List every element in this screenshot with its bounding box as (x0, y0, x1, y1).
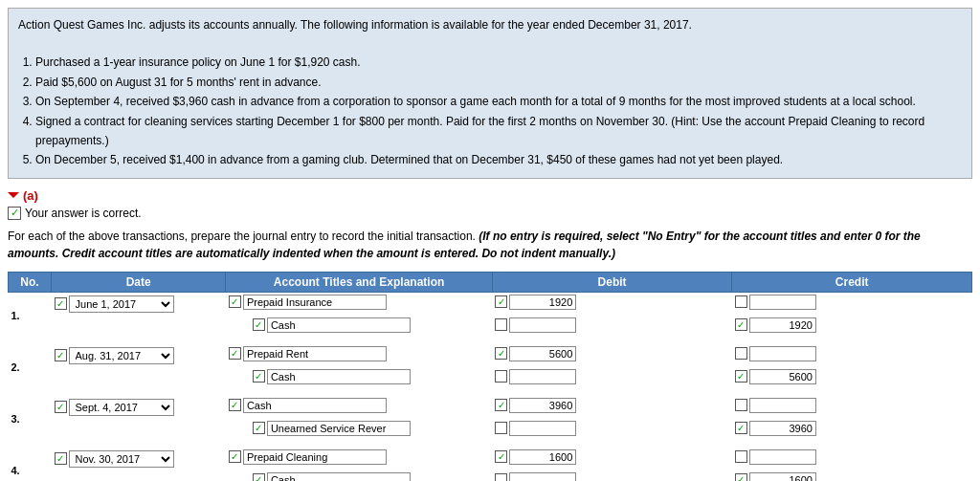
row-num-2: 2. (9, 344, 52, 390)
info-item-2: Paid $5,600 on August 31 for 5 months' r… (35, 73, 962, 92)
table-row: 3. ✓ Sept. 4, 2017 ✓ ✓ (9, 396, 972, 415)
info-item-3: On September 4, received $3,960 cash in … (35, 92, 962, 111)
info-item-4: Signed a contract for cleaning services … (35, 112, 962, 151)
account-cell-1-2[interactable]: ✓ (226, 316, 492, 335)
account-input-1-1[interactable] (243, 295, 387, 310)
acct-check: ✓ (229, 347, 241, 360)
acct-check: ✓ (229, 399, 241, 411)
section-a: (a) ✓ Your answer is correct. (8, 188, 972, 220)
credit-cell-1-1[interactable] (732, 292, 972, 312)
debit-input-1-2[interactable] (509, 317, 576, 333)
col-credit: Credit (732, 272, 972, 292)
account-cell-4-2[interactable]: ✓ (226, 470, 492, 481)
debit-check: ✓ (495, 295, 507, 308)
credit-cell-1-2[interactable]: ✓ (732, 316, 972, 335)
date-cell-2[interactable]: ✓ Aug. 31, 2017 (52, 344, 226, 390)
date-check-4: ✓ (55, 452, 67, 465)
section-a-label: (a) (23, 188, 38, 203)
credit-input-2-2[interactable] (749, 369, 816, 384)
instructions-text: For each of the above transactions, prep… (8, 230, 921, 260)
instructions: For each of the above transactions, prep… (8, 228, 972, 262)
debit-check (495, 370, 507, 383)
acct-check: ✓ (253, 370, 265, 383)
credit-input-2-1[interactable] (749, 346, 816, 361)
date-select-4[interactable]: Nov. 30, 2017 (69, 450, 174, 468)
credit-input-3-2[interactable] (749, 421, 816, 436)
debit-cell-2-2[interactable] (492, 367, 732, 386)
debit-input-4-2[interactable] (509, 472, 576, 481)
debit-check (495, 422, 507, 434)
date-cell-4[interactable]: ✓ Nov. 30, 2017 (52, 448, 226, 481)
col-date: Date (52, 272, 226, 292)
account-cell-2-2[interactable]: ✓ (226, 367, 492, 386)
correct-text: Your answer is correct. (25, 207, 142, 220)
date-select-1[interactable]: June 1, 2017 (69, 295, 174, 313)
debit-cell-4-1[interactable]: ✓ (492, 448, 732, 467)
account-input-2-1[interactable] (243, 346, 387, 361)
debit-cell-2-1[interactable]: ✓ (492, 344, 732, 363)
debit-input-2-2[interactable] (509, 369, 576, 384)
debit-check: ✓ (495, 399, 507, 411)
debit-input-3-2[interactable] (509, 421, 576, 436)
debit-cell-4-2[interactable] (492, 470, 732, 481)
debit-cell-1-1[interactable]: ✓ (492, 292, 732, 312)
account-input-4-1[interactable] (243, 449, 387, 465)
check-small: 4. (11, 465, 20, 476)
debit-check: ✓ (495, 450, 507, 463)
row-num-3: 3. (9, 396, 52, 442)
credit-input-4-1[interactable] (749, 449, 816, 465)
account-cell-3-1[interactable]: ✓ (226, 396, 492, 415)
info-box: Action Quest Games Inc. adjusts its acco… (8, 8, 972, 179)
credit-cell-3-1[interactable] (732, 396, 972, 415)
debit-check (495, 473, 507, 481)
credit-cell-4-2[interactable]: ✓ (732, 470, 972, 481)
account-input-3-2[interactable] (267, 421, 411, 436)
account-cell-2-1[interactable]: ✓ (226, 344, 492, 363)
credit-check: ✓ (735, 370, 747, 383)
credit-cell-3-2[interactable]: ✓ (732, 419, 972, 438)
date-cell-3[interactable]: ✓ Sept. 4, 2017 (52, 396, 226, 442)
credit-input-1-1[interactable] (749, 295, 816, 310)
debit-input-1-1[interactable] (509, 295, 576, 310)
date-select-2[interactable]: Aug. 31, 2017 (69, 347, 174, 364)
debit-input-3-1[interactable] (509, 398, 576, 413)
debit-cell-3-2[interactable] (492, 419, 732, 438)
check-small: 3. (11, 413, 20, 425)
credit-input-3-1[interactable] (749, 398, 816, 413)
row-num-4: 4. (9, 448, 52, 481)
debit-input-2-1[interactable] (509, 346, 576, 361)
table-row: 1. ✓ June 1, 2017 ✓ ✓ (9, 292, 972, 312)
account-input-1-2[interactable] (267, 317, 411, 333)
credit-input-4-2[interactable] (749, 472, 816, 481)
debit-cell-3-1[interactable]: ✓ (492, 396, 732, 415)
credit-check: ✓ (735, 473, 747, 481)
credit-check: ✓ (735, 422, 747, 434)
correct-message: ✓ Your answer is correct. (8, 207, 972, 220)
credit-check: ✓ (735, 318, 747, 331)
date-cell-1[interactable]: ✓ June 1, 2017 (52, 292, 226, 339)
date-check-3: ✓ (55, 401, 67, 413)
debit-check: ✓ (495, 347, 507, 360)
acct-check: ✓ (253, 318, 265, 331)
debit-input-4-1[interactable] (509, 449, 576, 465)
credit-cell-4-1[interactable] (732, 448, 972, 467)
debit-cell-1-2[interactable] (492, 316, 732, 335)
credit-cell-2-2[interactable]: ✓ (732, 367, 972, 386)
check-small: 2. (11, 361, 20, 373)
row-num-1: 1. (9, 292, 52, 339)
account-input-2-2[interactable] (267, 369, 411, 384)
section-a-header: (a) (8, 188, 972, 203)
account-cell-4-1[interactable]: ✓ (226, 448, 492, 467)
acct-check: ✓ (253, 422, 265, 434)
account-cell-1-1[interactable]: ✓ (226, 292, 492, 312)
date-check-1: ✓ (55, 297, 67, 310)
account-cell-3-2[interactable]: ✓ (226, 419, 492, 438)
credit-cell-2-1[interactable] (732, 344, 972, 363)
header-text: Action Quest Games Inc. adjusts its acco… (18, 16, 962, 34)
credit-check (735, 450, 747, 463)
check-small: 1. (11, 310, 20, 321)
date-select-3[interactable]: Sept. 4, 2017 (69, 399, 174, 416)
account-input-4-2[interactable] (267, 472, 411, 481)
account-input-3-1[interactable] (243, 398, 387, 413)
credit-input-1-2[interactable] (749, 317, 816, 333)
